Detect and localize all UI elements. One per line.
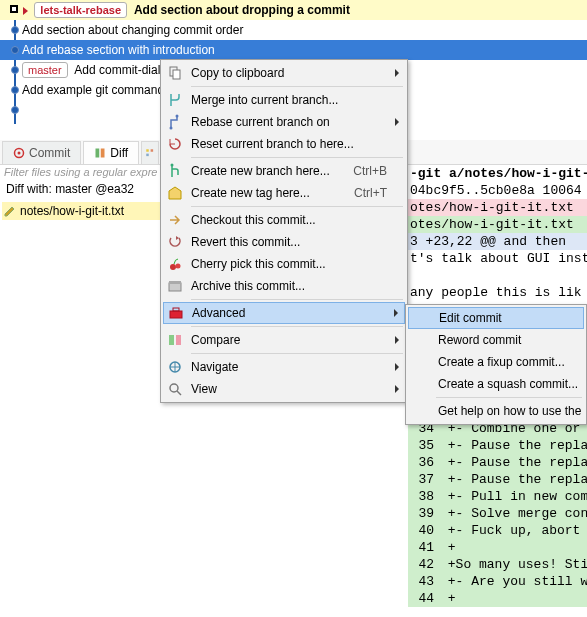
menu-label: Navigate: [187, 360, 405, 374]
menu-label: Merge into current branch...: [187, 93, 405, 107]
submenu-arrow-icon: [394, 306, 398, 320]
svg-rect-18: [169, 335, 174, 345]
svg-rect-8: [173, 70, 180, 79]
commit-row-current[interactable]: lets-talk-rebase Add section about dropp…: [0, 0, 587, 20]
filter-placeholder[interactable]: Filter files using a regular expre: [4, 166, 157, 178]
menu-rebase-on[interactable]: Rebase current branch on: [163, 111, 405, 133]
svg-point-21: [170, 384, 178, 392]
menu-label: Create a squash commit...: [414, 377, 584, 391]
menu-label: Cherry pick this commit...: [187, 257, 405, 271]
svg-rect-19: [176, 335, 181, 345]
commit-row-selected[interactable]: Add rebase section with introduction: [0, 40, 587, 60]
menu-label: Compare: [187, 333, 405, 347]
menu-compare[interactable]: Compare: [163, 329, 405, 351]
menu-label: Copy to clipboard: [187, 66, 405, 80]
menu-separator: [191, 353, 403, 354]
submenu-help[interactable]: Get help on how to use the: [408, 400, 584, 422]
menu-label: Archive this commit...: [187, 279, 405, 293]
menu-copy[interactable]: Copy to clipboard: [163, 62, 405, 84]
menu-advanced[interactable]: Advanced: [163, 302, 405, 324]
svg-point-10: [176, 115, 179, 118]
menu-label: Edit commit: [415, 311, 583, 325]
head-arrow-icon: [23, 7, 28, 15]
menu-label: Checkout this commit...: [187, 213, 405, 227]
revert-icon: [163, 234, 187, 250]
menu-cherry-pick[interactable]: Cherry pick this commit...: [163, 253, 405, 275]
diff-line: 35 +- Pause the replay, and mak: [408, 437, 587, 454]
diff-line: 43 +- Are you still with me???: [408, 573, 587, 590]
submenu-arrow-icon: [395, 66, 399, 80]
commit-node: [10, 5, 18, 13]
menu-separator: [191, 206, 403, 207]
commit-message: Add section about dropping a commit: [134, 3, 350, 17]
submenu-arrow-icon: [395, 333, 399, 347]
diff-with-label: Diff with: master @ea32: [6, 182, 134, 196]
commit-message: Add example git commands t: [22, 83, 177, 97]
menu-label: View: [187, 382, 405, 396]
menu-checkout[interactable]: Checkout this commit...: [163, 209, 405, 231]
menu-reset[interactable]: Reset current branch to here...: [163, 133, 405, 155]
commit-row[interactable]: Add section about changing commit order: [0, 20, 587, 40]
branch-icon: [163, 163, 187, 179]
menu-separator: [191, 157, 403, 158]
diff-line: 37 +- Pause the replay, and spl: [408, 471, 587, 488]
submenu-edit-commit[interactable]: Edit commit: [408, 307, 584, 329]
tab-commit[interactable]: Commit: [2, 141, 81, 164]
menu-merge[interactable]: Merge into current branch...: [163, 89, 405, 111]
diff-line: 3 +23,22 @@ and then: [408, 233, 587, 250]
branch-tag[interactable]: master: [22, 62, 68, 78]
menu-new-tag[interactable]: Create new tag here... Ctrl+T: [163, 182, 405, 204]
toolbox-icon: [164, 305, 188, 321]
commit-node: [11, 46, 19, 54]
menu-accelerator: Ctrl+T: [354, 186, 405, 200]
tab-extra[interactable]: [141, 141, 159, 164]
context-menu: Copy to clipboard Merge into current bra…: [160, 59, 408, 403]
diff-line: 42 +So many uses! Stick with me: [408, 556, 587, 573]
tab-diff[interactable]: Diff: [83, 141, 139, 164]
menu-label: Revert this commit...: [187, 235, 405, 249]
misc-icon: [145, 147, 155, 159]
submenu-arrow-icon: [395, 115, 399, 129]
branch-tag[interactable]: lets-talk-rebase: [34, 2, 127, 18]
commit-node: [11, 86, 19, 94]
menu-label: Create a fixup commit...: [414, 355, 584, 369]
reset-icon: [163, 136, 187, 152]
menu-label: Reword commit: [414, 333, 584, 347]
menu-archive[interactable]: Archive this commit...: [163, 275, 405, 297]
menu-label: Create new branch here...: [187, 164, 353, 178]
menu-navigate[interactable]: Navigate: [163, 356, 405, 378]
submenu-arrow-icon: [395, 382, 399, 396]
diff-line: 36 +- Pause the replay, and mak: [408, 454, 587, 471]
commit-message: Add rebase section with introduction: [22, 43, 215, 57]
menu-label: Advanced: [188, 306, 404, 320]
menu-new-branch[interactable]: Create new branch here... Ctrl+B: [163, 160, 405, 182]
submenu-squash[interactable]: Create a squash commit...: [408, 373, 584, 395]
svg-rect-2: [96, 149, 100, 158]
submenu-reword[interactable]: Reword commit: [408, 329, 584, 351]
diff-icon: [94, 147, 106, 159]
svg-point-1: [18, 152, 21, 155]
diff-line: 41 +: [408, 539, 587, 556]
diff-line: 40 +- Fuck up, abort and try ag: [408, 522, 587, 539]
copy-icon: [163, 65, 187, 81]
tag-icon: [163, 185, 187, 201]
commit-node: [11, 26, 19, 34]
diff-line: t's talk about GUI inst: [408, 250, 587, 267]
svg-rect-17: [173, 308, 179, 311]
svg-rect-15: [169, 281, 181, 284]
diff-line: 04bc9f5..5cb0e8a 10064: [408, 182, 587, 199]
svg-point-12: [170, 264, 176, 270]
menu-separator: [436, 397, 582, 398]
file-row[interactable]: notes/how-i-git-it.txt: [2, 202, 160, 220]
menu-revert[interactable]: Revert this commit...: [163, 231, 405, 253]
navigate-icon: [163, 359, 187, 375]
commit-message: Add section about changing commit order: [22, 23, 243, 37]
tab-label: Commit: [29, 146, 70, 160]
menu-separator: [191, 326, 403, 327]
menu-view[interactable]: View: [163, 378, 405, 400]
menu-label: Get help on how to use the: [414, 404, 584, 418]
svg-point-11: [171, 164, 174, 167]
svg-rect-14: [169, 283, 181, 291]
rebase-icon: [163, 114, 187, 130]
submenu-fixup[interactable]: Create a fixup commit...: [408, 351, 584, 373]
